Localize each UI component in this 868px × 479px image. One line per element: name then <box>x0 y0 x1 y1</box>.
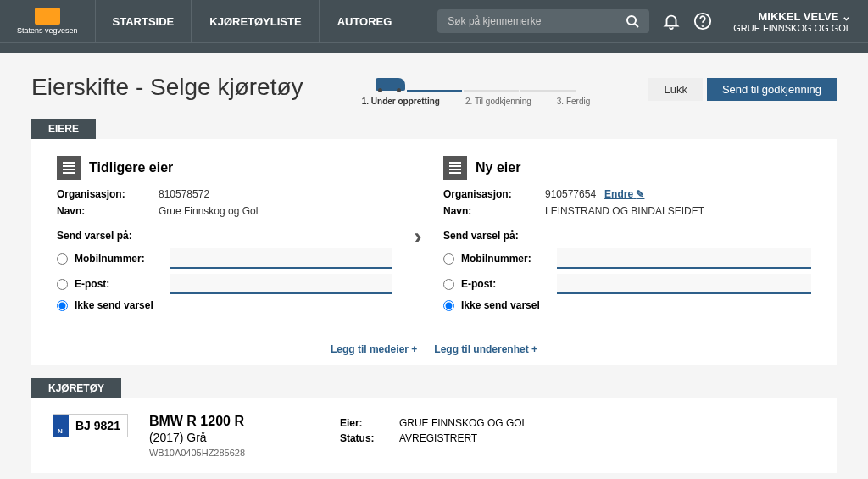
prev-none-radio[interactable] <box>57 300 68 311</box>
step-3: 3. Ferdig <box>557 97 590 106</box>
prev-mobile-input[interactable] <box>170 248 392 269</box>
plus-icon: + <box>411 343 417 355</box>
prev-org-value: 810578572 <box>159 188 209 200</box>
send-button[interactable]: Send til godkjenning <box>707 78 837 101</box>
new-name-value: LEINSTRAND OG BINDALSEIDET <box>545 205 704 217</box>
svg-line-1 <box>635 24 638 27</box>
new-org-value: 910577654 <box>545 188 596 200</box>
prev-owner-title: Tidligere eier <box>89 160 173 175</box>
new-none-radio[interactable] <box>443 300 454 311</box>
new-none-label: Ikke send varsel <box>461 299 540 311</box>
plus-icon: + <box>531 343 537 355</box>
add-subunit-link[interactable]: Legg til underenhet + <box>434 343 537 355</box>
vehicle-section-tab: KJØRETØY <box>31 378 121 398</box>
plate-flag-icon <box>53 415 69 437</box>
svg-point-3 <box>703 25 704 26</box>
vehicle-year-color: (2017) Grå <box>149 431 319 444</box>
progress-stepper: 1. Under oppretting 2. Til godkjenning 3… <box>362 78 591 106</box>
prev-mobile-label: Mobilnummer: <box>75 253 164 265</box>
prev-mobile-radio[interactable] <box>57 253 68 265</box>
building-icon <box>443 156 467 180</box>
vehicle-owner-value: GRUE FINNSKOG OG GOL <box>399 417 527 429</box>
vehicle-owner-label: Eier: <box>340 417 399 429</box>
header-bar: Statens vegvesen STARTSIDE KJØRETØYLISTE… <box>0 0 868 42</box>
building-icon <box>57 156 81 180</box>
change-link[interactable]: Endre ✎ <box>604 188 644 200</box>
vehicle-status-value: AVREGISTRERT <box>399 432 477 444</box>
prev-email-label: E-post: <box>75 278 164 290</box>
user-name-text: MIKKEL VELVE <box>759 10 839 23</box>
main-nav: STARTSIDE KJØRETØYLISTE AUTOREG <box>95 0 410 42</box>
chevron-down-icon: ⌄ <box>842 10 851 23</box>
new-mobile-label: Mobilnummer: <box>461 253 550 265</box>
search-box <box>437 9 649 33</box>
plate-text: BJ 9821 <box>69 415 127 436</box>
user-org-text: GRUE FINNSKOG OG GOL <box>733 23 851 33</box>
nav-autoreg[interactable]: AUTOREG <box>320 0 410 42</box>
prev-send-label: Send varsel på: <box>57 230 392 242</box>
new-owner-title: Ny eier <box>476 160 520 175</box>
nav-startside[interactable]: STARTSIDE <box>95 0 192 42</box>
step-1: 1. Under oppretting <box>362 97 440 106</box>
new-org-label: Organisasjon: <box>443 188 545 200</box>
owners-section-tab: EIERE <box>31 119 96 139</box>
vehicle-vin: WB10A0405HZ285628 <box>149 448 319 458</box>
logo[interactable]: Statens vegvesen <box>17 8 95 35</box>
vehicle-status-label: Status: <box>340 432 399 444</box>
logo-text: Statens vegvesen <box>17 26 78 35</box>
search-icon[interactable] <box>626 14 639 28</box>
user-menu[interactable]: MIKKEL VELVE ⌄ GRUE FINNSKOG OG GOL <box>733 10 851 33</box>
license-plate: BJ 9821 <box>53 414 128 437</box>
new-mobile-radio[interactable] <box>443 253 454 265</box>
new-name-label: Navn: <box>443 205 545 217</box>
prev-email-input[interactable] <box>170 274 392 294</box>
new-email-label: E-post: <box>461 278 550 290</box>
vehicle-model: BMW R 1200 R <box>149 414 319 429</box>
bell-icon[interactable] <box>662 12 681 31</box>
prev-email-radio[interactable] <box>57 279 68 290</box>
prev-none-label: Ikke send varsel <box>75 299 153 311</box>
new-email-radio[interactable] <box>443 279 454 290</box>
step-2: 2. Til godkjenning <box>465 97 531 106</box>
add-coowner-link[interactable]: Legg til medeier + <box>331 343 417 355</box>
nav-kjoretoyliste[interactable]: KJØRETØYLISTE <box>192 0 319 42</box>
new-send-label: Send varsel på: <box>443 230 811 242</box>
help-icon[interactable] <box>693 12 712 31</box>
prev-org-label: Organisasjon: <box>57 188 159 200</box>
new-mobile-input[interactable] <box>557 248 811 269</box>
arrow-icon: › <box>414 223 421 250</box>
new-email-input[interactable] <box>557 274 811 294</box>
page-title: Eierskifte - Selge kjøretøy <box>31 74 303 101</box>
close-button[interactable]: Lukk <box>648 78 702 101</box>
prev-name-label: Navn: <box>57 205 159 217</box>
svg-point-0 <box>627 16 636 25</box>
pencil-icon: ✎ <box>636 188 644 200</box>
car-icon <box>376 78 405 91</box>
prev-name-value: Grue Finnskog og Gol <box>159 205 258 217</box>
search-input[interactable] <box>448 15 626 27</box>
